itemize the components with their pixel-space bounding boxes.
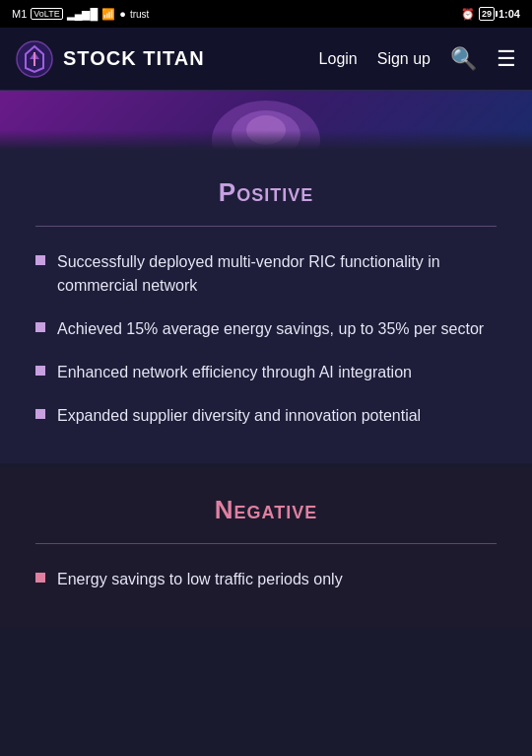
- battery-icon: 29: [479, 7, 495, 21]
- trust-text: trust: [130, 9, 149, 20]
- battery-level: 29: [482, 9, 492, 19]
- negative-section: Negative Energy savings to low traffic p…: [0, 467, 532, 627]
- list-item: Successfully deployed multi-vendor RIC f…: [35, 250, 497, 298]
- bullet-text: Enhanced network efficiency through AI i…: [57, 361, 412, 384]
- signup-link[interactable]: Sign up: [377, 50, 431, 68]
- bullet-icon: [35, 366, 45, 376]
- bullet-text: Expanded supplier diversity and innovati…: [57, 404, 421, 428]
- volte-badge: VoLTE: [31, 8, 62, 20]
- bullet-icon: [35, 409, 45, 419]
- wifi-icon: 📶: [101, 8, 115, 21]
- status-bar: M1 VoLTE ▂▄▆█ 📶 ● trust ⏰ 29 1:04: [0, 0, 532, 28]
- bullet-icon: [35, 322, 45, 332]
- positive-bullet-list: Successfully deployed multi-vendor RIC f…: [35, 250, 497, 428]
- menu-icon[interactable]: ☰: [497, 46, 516, 72]
- navbar-logo: STOCK TITAN: [16, 40, 319, 78]
- positive-section: Positive Successfully deployed multi-ven…: [0, 150, 532, 463]
- navbar-actions: Login Sign up 🔍 ☰: [319, 46, 516, 72]
- navbar-title: STOCK TITAN: [63, 47, 205, 70]
- bullet-text: Successfully deployed multi-vendor RIC f…: [57, 250, 497, 298]
- status-left: M1 VoLTE ▂▄▆█ 📶 ● trust: [12, 8, 149, 21]
- positive-title: Positive: [35, 177, 497, 208]
- bullet-icon: [35, 573, 45, 583]
- decorative-graphic: [207, 91, 325, 150]
- negative-divider: [35, 543, 497, 544]
- bullet-text: Achieved 15% average energy savings, up …: [57, 317, 484, 341]
- carrier-text: M1: [12, 8, 27, 20]
- navbar: STOCK TITAN Login Sign up 🔍 ☰: [0, 28, 532, 91]
- login-link[interactable]: Login: [319, 50, 358, 68]
- top-image-area: [0, 91, 532, 150]
- negative-title: Negative: [35, 495, 497, 525]
- negative-bullet-list: Energy savings to low traffic periods on…: [35, 568, 497, 591]
- status-right: ⏰ 29 1:04: [461, 7, 520, 21]
- time-display: 1:04: [499, 8, 520, 20]
- positive-divider: [35, 226, 497, 227]
- bullet-text: Energy savings to low traffic periods on…: [57, 568, 343, 591]
- bullet-icon: [35, 255, 45, 265]
- list-item: Energy savings to low traffic periods on…: [35, 568, 497, 591]
- logo-icon: [16, 40, 53, 78]
- whatsapp-icon: ●: [119, 8, 126, 20]
- svg-point-3: [246, 115, 286, 145]
- list-item: Expanded supplier diversity and innovati…: [35, 404, 497, 428]
- list-item: Enhanced network efficiency through AI i…: [35, 361, 497, 384]
- alarm-icon: ⏰: [461, 8, 475, 21]
- search-icon[interactable]: 🔍: [450, 46, 477, 72]
- list-item: Achieved 15% average energy savings, up …: [35, 317, 497, 341]
- signal-bars: ▂▄▆█: [67, 8, 99, 21]
